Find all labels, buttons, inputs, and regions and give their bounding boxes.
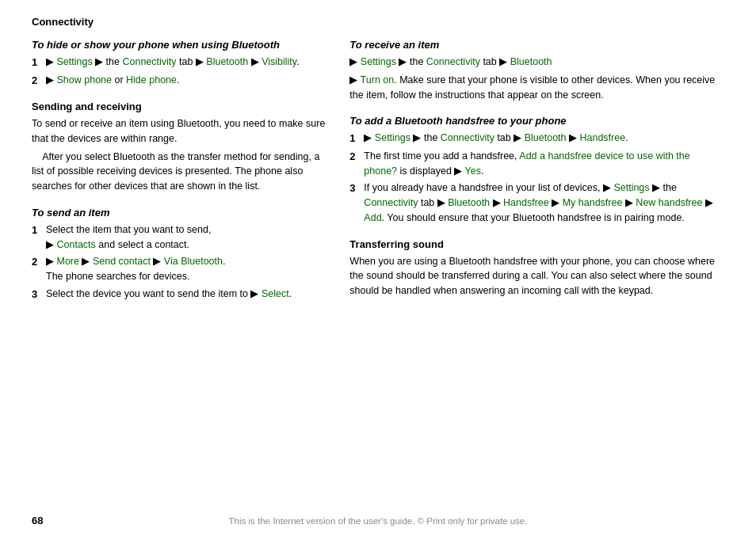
section-title-handsfree: To add a Bluetooth handsfree to your pho…	[349, 115, 724, 127]
receive-body: ▶ Settings ▶ the Connectivity tab ▶ Blue…	[349, 55, 724, 102]
select-link: Select	[262, 288, 289, 299]
section-title-sending: Sending and receiving	[32, 101, 326, 112]
settings-link2: Settings	[361, 56, 396, 67]
list-number: 2	[32, 254, 46, 284]
handsfree-link2: Handsfree	[503, 197, 549, 208]
send-contact-link: Send contact	[93, 256, 151, 267]
list-item: 2 The first time you add a handsfree, Ad…	[349, 149, 724, 179]
list-content: ▶ Settings ▶ the Connectivity tab ▶ Blue…	[46, 55, 326, 70]
section-title-transferring: Transferring sound	[349, 238, 724, 250]
connectivity-link4: Connectivity	[364, 197, 418, 208]
transferring-body: When you are using a Bluetooth handsfree…	[349, 254, 724, 298]
turn-on-link: Turn on	[361, 74, 395, 86]
handsfree-list: 1 ▶ Settings ▶ the Connectivity tab ▶ Bl…	[349, 131, 724, 225]
left-column: To hide or show your phone when using Bl…	[32, 39, 326, 314]
more-link: More	[56, 256, 78, 267]
page: Connectivity To hide or show your phone …	[0, 0, 756, 536]
settings-link: Settings	[56, 56, 92, 67]
right-column: To receive an item ▶ Settings ▶ the Conn…	[349, 39, 724, 314]
settings-link4: Settings	[613, 182, 649, 193]
list-number: 3	[349, 181, 364, 225]
section-sending-receiving: Sending and receiving To send or receive…	[32, 101, 326, 194]
transferring-para: When you are using a Bluetooth handsfree…	[349, 254, 724, 298]
list-content: Select the device you want to send the i…	[46, 287, 326, 302]
show-phone-link: Show phone	[56, 74, 112, 86]
list-number: 1	[32, 55, 46, 70]
section-transferring: Transferring sound When you are using a …	[349, 238, 724, 298]
section-title-hide-show: To hide or show your phone when using Bl…	[32, 39, 326, 51]
receive-step2: ▶ Turn on. Make sure that your phone is …	[349, 73, 724, 103]
list-item: 3 Select the device you want to send the…	[32, 287, 326, 302]
receive-step1: ▶ Settings ▶ the Connectivity tab ▶ Blue…	[349, 55, 724, 70]
section-receive: To receive an item ▶ Settings ▶ the Conn…	[349, 39, 724, 102]
handsfree-link: Handsfree	[579, 132, 625, 143]
list-item: 1 ▶ Settings ▶ the Connectivity tab ▶ Bl…	[349, 131, 724, 146]
page-footer: This is the Internet version of the user…	[0, 515, 756, 526]
bluetooth-link4: Bluetooth	[448, 197, 490, 208]
section-title-receive: To receive an item	[349, 39, 724, 51]
my-handsfree-link: My handsfree	[563, 197, 623, 208]
list-item: 2 ▶ More ▶ Send contact ▶ Via Bluetooth.…	[32, 254, 326, 284]
list-item: 3 If you already have a handsfree in you…	[349, 181, 724, 225]
list-item: 1 Select the item that you want to send,…	[32, 222, 326, 253]
page-header: Connectivity	[32, 16, 724, 28]
list-content: Select the item that you want to send,▶ …	[46, 222, 326, 253]
list-content: ▶ More ▶ Send contact ▶ Via Bluetooth.Th…	[46, 254, 326, 284]
list-content: The first time you add a handsfree, Add …	[364, 149, 724, 179]
send-list: 1 Select the item that you want to send,…	[32, 222, 326, 302]
add-handsfree-link: Add a handsfree device to use with the p…	[364, 150, 689, 177]
sending-para2: After you select Bluetooth as the transf…	[32, 150, 326, 194]
hide-show-list: 1 ▶ Settings ▶ the Connectivity tab ▶ Bl…	[32, 55, 326, 88]
settings-link3: Settings	[375, 132, 410, 143]
list-number: 2	[349, 149, 364, 179]
sending-para1: To send or receive an item using Bluetoo…	[32, 116, 326, 146]
bluetooth-link2: Bluetooth	[510, 56, 552, 67]
section-title-send: To send an item	[32, 207, 326, 219]
connectivity-link: Connectivity	[122, 56, 176, 67]
content-area: To hide or show your phone when using Bl…	[32, 39, 724, 314]
contacts-link: Contacts	[56, 239, 95, 250]
bluetooth-link3: Bluetooth	[525, 132, 567, 143]
footer-disclaimer: This is the Internet version of the user…	[229, 516, 528, 526]
list-content: ▶ Show phone or Hide phone.	[46, 73, 326, 89]
list-number: 1	[349, 131, 364, 146]
list-content: If you already have a handsfree in your …	[364, 181, 724, 225]
hide-phone-link: Hide phone	[126, 74, 177, 86]
section-send-item: To send an item 1 Select the item that y…	[32, 207, 326, 302]
list-item: 1 ▶ Settings ▶ the Connectivity tab ▶ Bl…	[32, 55, 326, 70]
list-item: 2 ▶ Show phone or Hide phone.	[32, 73, 326, 89]
section-hide-show: To hide or show your phone when using Bl…	[32, 39, 326, 88]
connectivity-link3: Connectivity	[441, 132, 494, 143]
new-handsfree-link: New handsfree	[636, 197, 702, 208]
list-number: 2	[32, 73, 46, 89]
list-content: ▶ Settings ▶ the Connectivity tab ▶ Blue…	[364, 131, 724, 146]
via-bluetooth-link: Via Bluetooth	[164, 256, 223, 267]
visibility-link: Visibility	[262, 56, 296, 67]
sending-body: To send or receive an item using Bluetoo…	[32, 116, 326, 194]
connectivity-link2: Connectivity	[426, 56, 480, 67]
add-link: Add	[364, 212, 381, 223]
list-number: 3	[32, 287, 46, 302]
yes-link: Yes	[465, 165, 481, 177]
list-number: 1	[32, 222, 46, 253]
bluetooth-link: Bluetooth	[206, 56, 248, 67]
section-handsfree: To add a Bluetooth handsfree to your pho…	[349, 115, 724, 225]
